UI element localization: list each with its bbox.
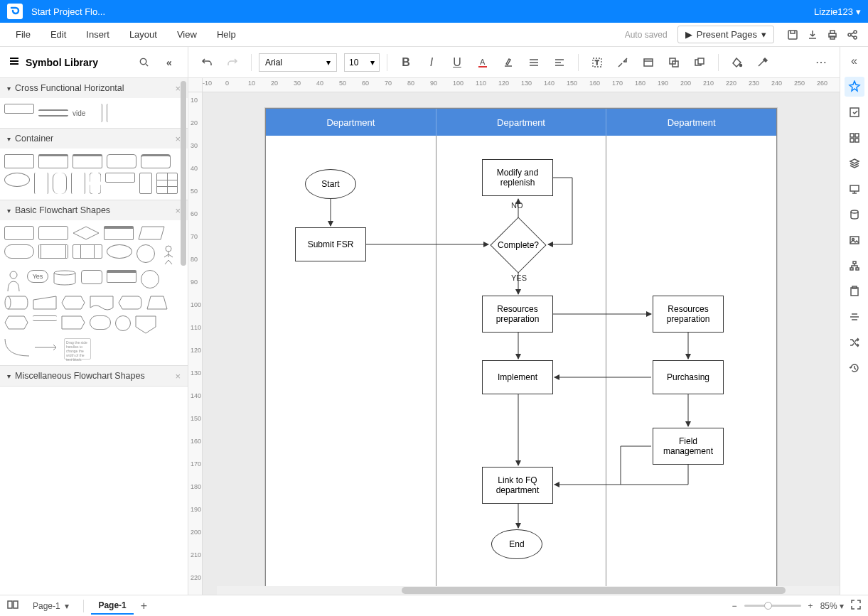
shape-manual-input[interactable] — [33, 296, 57, 310]
shape-trapezoid[interactable] — [146, 296, 168, 310]
shape-bracket[interactable] — [71, 173, 85, 194]
canvas-h-scrollbar[interactable] — [217, 586, 840, 595]
shape-arrow-line[interactable] — [34, 342, 60, 352]
shape-note[interactable]: Drag the side handles to change the widt… — [64, 338, 91, 360]
section-misc-flowchart[interactable]: ▾ Miscellaneous Flowchart Shapes × — [0, 366, 188, 386]
shape-connector[interactable] — [141, 270, 159, 288]
sidebar-scrollbar[interactable] — [181, 81, 186, 266]
data-panel-icon[interactable] — [845, 205, 864, 225]
shape-yes[interactable]: Yes — [27, 270, 48, 283]
shape-divider-v[interactable] — [107, 104, 136, 122]
redo-button[interactable] — [221, 51, 244, 74]
close-section-icon[interactable]: × — [175, 134, 181, 144]
shape-lines[interactable] — [33, 315, 57, 321]
save-icon[interactable] — [783, 25, 803, 45]
node-purchasing[interactable]: Purchasing — [653, 360, 724, 394]
shape-decision[interactable] — [73, 226, 100, 240]
menu-view[interactable]: View — [167, 29, 207, 40]
undo-button[interactable] — [195, 51, 218, 74]
node-start[interactable]: Start — [305, 169, 356, 199]
shape-bracket[interactable] — [34, 173, 48, 194]
canvas[interactable]: Department Department Department Start S… — [203, 92, 840, 595]
fullscreen-button[interactable] — [851, 600, 861, 612]
shape-container[interactable] — [73, 154, 102, 168]
lane-1[interactable] — [266, 136, 436, 590]
node-resources-1[interactable]: Resources preparation — [482, 296, 553, 333]
page-tab-1[interactable]: Page-1 — [91, 598, 133, 615]
more-button[interactable]: ⋯ — [810, 51, 832, 74]
menu-help[interactable]: Help — [207, 29, 246, 40]
shape-ellipse-container[interactable] — [4, 173, 30, 187]
node-modify[interactable]: Modify and replenish — [482, 159, 553, 196]
style-panel-icon[interactable] — [845, 77, 864, 97]
menu-edit[interactable]: Edit — [41, 29, 76, 40]
zoom-in-button[interactable]: + — [808, 601, 813, 611]
export-panel-icon[interactable] — [845, 102, 864, 122]
shape-document[interactable] — [90, 296, 114, 311]
fill-button[interactable] — [726, 51, 749, 74]
shape-rect[interactable] — [105, 173, 135, 183]
shape-small-circle[interactable] — [115, 315, 131, 331]
node-field[interactable]: Field management — [653, 428, 724, 465]
page-dropdown[interactable]: Page-1 ▾ — [26, 598, 76, 614]
user-menu[interactable]: Lizzie123 ▾ — [814, 6, 861, 17]
section-cross-functional[interactable]: ▾ Cross Functional Horizontal × — [0, 78, 188, 98]
outline-icon[interactable] — [7, 600, 18, 611]
italic-button[interactable]: I — [420, 51, 443, 74]
shape-ellipse[interactable] — [107, 244, 132, 259]
presentation-panel-icon[interactable] — [845, 179, 864, 199]
shape-terminator[interactable] — [4, 244, 34, 259]
layers-panel-icon[interactable] — [845, 153, 864, 173]
swimlane-col-1[interactable]: Department — [266, 109, 436, 136]
shape-swimlane-header[interactable] — [4, 104, 34, 114]
font-select[interactable]: Arial▾ — [259, 53, 337, 72]
close-section-icon[interactable]: × — [175, 371, 181, 382]
line-style-button[interactable] — [751, 51, 774, 74]
node-resources-2[interactable]: Resources preparation — [653, 296, 724, 333]
close-section-icon[interactable]: × — [175, 83, 181, 94]
close-section-icon[interactable]: × — [175, 205, 181, 216]
shape-process[interactable] — [38, 226, 68, 240]
shape-container[interactable] — [4, 154, 34, 168]
swimlane-col-2[interactable]: Department — [436, 109, 607, 136]
align-panel-icon[interactable] — [845, 307, 864, 327]
shape-swimlane[interactable] — [38, 109, 68, 117]
highlight-button[interactable] — [497, 51, 520, 74]
shape-actor[interactable] — [159, 244, 178, 266]
text-tool-button[interactable]: T — [586, 51, 609, 74]
shape-database[interactable] — [53, 270, 77, 286]
shape-subprocess[interactable] — [73, 244, 102, 259]
menu-file[interactable]: File — [6, 29, 41, 40]
underline-button[interactable]: U — [446, 51, 468, 74]
spacing-button[interactable] — [548, 51, 571, 74]
shape-circle[interactable] — [136, 244, 155, 263]
sitemap-panel-icon[interactable] — [845, 256, 864, 276]
zoom-out-button[interactable]: − — [732, 601, 737, 611]
shape-grid[interactable] — [156, 173, 178, 194]
connector-button[interactable] — [611, 51, 634, 74]
clipboard-panel-icon[interactable] — [845, 281, 864, 301]
align-button[interactable] — [523, 51, 545, 74]
shape-container[interactable] — [141, 154, 171, 168]
shape-curve[interactable] — [4, 338, 30, 357]
font-size-select[interactable]: 10▾ — [344, 53, 380, 72]
container-button[interactable] — [637, 51, 660, 74]
shape-process[interactable] — [4, 226, 34, 240]
shape-container[interactable] — [38, 154, 68, 168]
zoom-level[interactable]: 85% ▾ — [820, 601, 844, 611]
node-implement[interactable]: Implement — [482, 360, 553, 394]
shape-tall-rect[interactable] — [139, 173, 152, 194]
node-submit[interactable]: Submit FSR — [295, 227, 366, 261]
shape-subprocess[interactable] — [38, 244, 68, 259]
font-color-button[interactable]: A — [471, 51, 494, 74]
node-end[interactable]: End — [491, 529, 542, 559]
shape-divider[interactable]: vide — [73, 104, 102, 122]
shape-hexagon2[interactable] — [4, 315, 28, 330]
page[interactable]: Department Department Department Start S… — [265, 108, 777, 591]
shape-data[interactable] — [138, 226, 165, 240]
shape-brace[interactable] — [90, 173, 101, 194]
grid-panel-icon[interactable] — [845, 128, 864, 148]
print-icon[interactable] — [823, 25, 842, 45]
swimlane-col-3[interactable]: Department — [606, 109, 776, 136]
section-basic-flowchart[interactable]: ▾ Basic Flowchart Shapes × — [0, 200, 188, 220]
